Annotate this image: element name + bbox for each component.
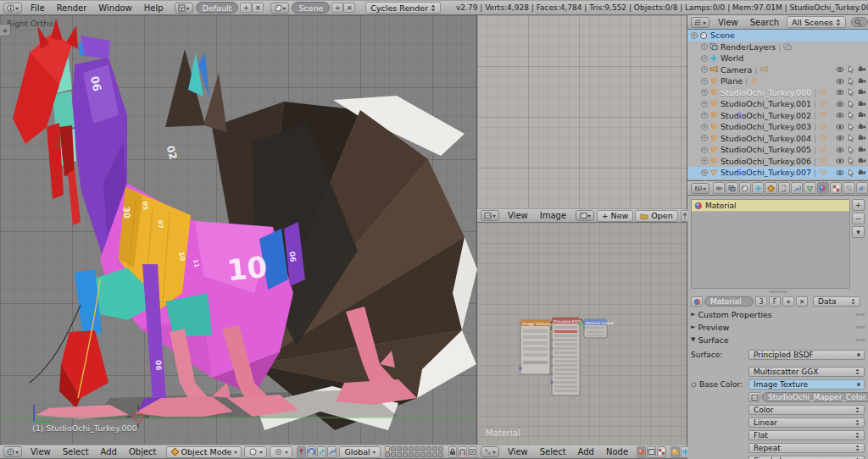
add-material-slot-button[interactable]: + bbox=[852, 199, 865, 211]
screen-layout-browse-button[interactable]: ▾ bbox=[175, 3, 193, 14]
expander-icon[interactable]: + bbox=[701, 55, 708, 62]
snap-element-button[interactable] bbox=[468, 446, 477, 458]
viewport-3d[interactable]: 10 06 02 30 05 07 10 11 06 06 Right Orth… bbox=[0, 15, 477, 445]
render-engine-select[interactable]: Cycles Render bbox=[365, 2, 441, 14]
properties-editor-type-button[interactable]: ▾ bbox=[691, 183, 709, 194]
interpolation-select[interactable]: Linear bbox=[748, 418, 865, 428]
surface-shader-select[interactable]: Principled BSDF bbox=[748, 350, 865, 360]
menu-file[interactable]: File bbox=[25, 3, 51, 13]
node-menu-view[interactable]: View bbox=[502, 447, 534, 456]
texture-nodes-toggle[interactable] bbox=[657, 446, 666, 458]
layer-toggle-1[interactable] bbox=[385, 446, 390, 451]
layer-toggle-8[interactable] bbox=[426, 446, 431, 451]
pivot-point-select[interactable]: ▾ bbox=[270, 446, 292, 458]
outliner-menu-view[interactable]: View bbox=[712, 18, 744, 27]
outliner-item-studioochi-turkey-005[interactable]: +StudioOchi_Turkey.005| bbox=[687, 144, 868, 156]
delete-layout-button[interactable]: ✕ bbox=[252, 3, 264, 13]
eye-icon[interactable] bbox=[836, 65, 844, 74]
layer-toggle-9[interactable] bbox=[432, 446, 437, 451]
viewport-shading-select[interactable]: ▾ bbox=[244, 446, 267, 458]
tab-object[interactable] bbox=[765, 182, 776, 194]
material-browse-button[interactable] bbox=[691, 296, 703, 307]
layer-toggle-16[interactable] bbox=[415, 452, 420, 457]
material-name-field[interactable]: Material bbox=[704, 296, 754, 307]
layer-toggle-14[interactable] bbox=[403, 452, 408, 457]
add-scene-button[interactable]: + bbox=[331, 3, 343, 13]
cursor-icon[interactable] bbox=[847, 100, 855, 108]
eye-icon[interactable] bbox=[836, 157, 844, 165]
outliner-item-world[interactable]: +World bbox=[687, 53, 868, 64]
outliner-item-studioochi-turkey-002[interactable]: +StudioOchi_Turkey.002| bbox=[687, 110, 868, 122]
rendercam-icon[interactable] bbox=[858, 65, 866, 74]
outliner-item-studioochi-turkey-006[interactable]: +StudioOchi_Turkey.006| bbox=[687, 156, 868, 168]
tab-render[interactable] bbox=[713, 182, 725, 194]
layer-toggle-3[interactable] bbox=[397, 446, 402, 451]
lock-to-scene-toggle[interactable] bbox=[448, 446, 457, 458]
outliner-item-studioochi-turkey-003[interactable]: +StudioOchi_Turkey.003| bbox=[687, 121, 868, 133]
node-editor-type-button[interactable]: ▾ bbox=[481, 446, 499, 457]
expander-icon[interactable]: + bbox=[701, 158, 708, 164]
slot-list-resize-grip[interactable] bbox=[687, 290, 868, 294]
scene-name-field[interactable]: Scene bbox=[292, 2, 330, 14]
transform-orientation-select[interactable]: Global ▾ bbox=[339, 446, 380, 458]
outliner-item-studioochi-turkey-000[interactable]: +StudioOchi_Turkey.000| bbox=[687, 87, 868, 99]
expander-icon[interactable]: + bbox=[701, 78, 708, 85]
viewport-editor-type-button[interactable]: ▾ bbox=[3, 446, 22, 457]
tab-physics[interactable] bbox=[856, 182, 868, 194]
node-editor[interactable]: Image Texture Principled BSDF bbox=[477, 223, 687, 445]
layer-toggle-19[interactable] bbox=[432, 452, 437, 457]
tab-data[interactable] bbox=[804, 182, 815, 194]
layer-toggle-15[interactable] bbox=[409, 452, 414, 457]
turkey-model[interactable]: 10 06 02 30 05 07 10 11 06 06 bbox=[0, 15, 477, 445]
projection-select[interactable]: Flat bbox=[748, 430, 865, 440]
eye-icon[interactable] bbox=[836, 123, 844, 131]
layer-toggle-7[interactable] bbox=[420, 446, 426, 451]
vp-menu-object[interactable]: Object bbox=[123, 447, 163, 456]
image-editor-type-button[interactable]: ▾ bbox=[481, 210, 499, 221]
remove-material-slot-button[interactable]: − bbox=[852, 213, 865, 224]
rendercam-icon[interactable] bbox=[858, 169, 866, 177]
layer-toggle-5[interactable] bbox=[409, 446, 414, 451]
menu-help[interactable]: Help bbox=[138, 3, 170, 13]
tab-render-layers[interactable] bbox=[726, 182, 737, 194]
cursor-icon[interactable] bbox=[847, 65, 855, 74]
outliner-display-filter-select[interactable]: All Scenes bbox=[787, 16, 846, 28]
expander-icon[interactable]: + bbox=[701, 135, 708, 141]
layer-toggle-11[interactable] bbox=[385, 452, 390, 457]
translate-manipulator-toggle[interactable] bbox=[297, 446, 306, 458]
outliner-item-studioochi-turkey-001[interactable]: +StudioOchi_Turkey.001| bbox=[687, 98, 868, 110]
material-slot-item[interactable]: Material bbox=[692, 200, 849, 212]
shader-nodes-toggle[interactable] bbox=[637, 446, 646, 458]
rendercam-icon[interactable] bbox=[858, 146, 866, 154]
eye-icon[interactable] bbox=[836, 100, 844, 108]
rendercam-icon[interactable] bbox=[858, 77, 866, 86]
scale-manipulator-toggle[interactable] bbox=[317, 446, 326, 458]
tab-particles[interactable] bbox=[843, 182, 854, 194]
node-menu-add[interactable]: Add bbox=[572, 447, 600, 456]
layer-toggle-2[interactable] bbox=[391, 446, 396, 451]
manipulator-extra-toggle[interactable] bbox=[327, 446, 337, 458]
tab-world[interactable] bbox=[752, 182, 764, 194]
rendercam-icon[interactable] bbox=[858, 123, 866, 131]
cursor-icon[interactable] bbox=[847, 134, 855, 142]
material-slot-list[interactable]: Material bbox=[691, 199, 850, 289]
cursor-icon[interactable] bbox=[847, 111, 855, 119]
material-link-mode-select[interactable]: Data bbox=[813, 296, 860, 307]
rendercam-icon[interactable] bbox=[858, 134, 866, 142]
tab-modifiers[interactable] bbox=[791, 182, 803, 194]
distribution-select[interactable]: Multiscatter GGX bbox=[748, 367, 865, 377]
eye-icon[interactable] bbox=[836, 88, 844, 97]
expander-icon[interactable]: + bbox=[701, 112, 708, 119]
composite-nodes-toggle[interactable] bbox=[647, 446, 656, 458]
vp-menu-add[interactable]: Add bbox=[95, 447, 123, 456]
delete-scene-button[interactable]: ✕ bbox=[343, 3, 355, 13]
menu-render[interactable]: Render bbox=[51, 3, 93, 13]
eye-icon[interactable] bbox=[836, 77, 844, 86]
outliner-item-studioochi-turkey-007[interactable]: +StudioOchi_Turkey.007| bbox=[687, 167, 868, 179]
base-color-node-select[interactable]: Image Texture bbox=[748, 379, 865, 390]
panel-custom-properties[interactable]: ► Custom Properties ≡≡ bbox=[691, 309, 865, 319]
cursor-icon[interactable] bbox=[847, 77, 855, 86]
img-menu-view[interactable]: View bbox=[502, 211, 534, 220]
eye-icon[interactable] bbox=[836, 146, 844, 154]
vp-menu-select[interactable]: Select bbox=[57, 447, 95, 456]
